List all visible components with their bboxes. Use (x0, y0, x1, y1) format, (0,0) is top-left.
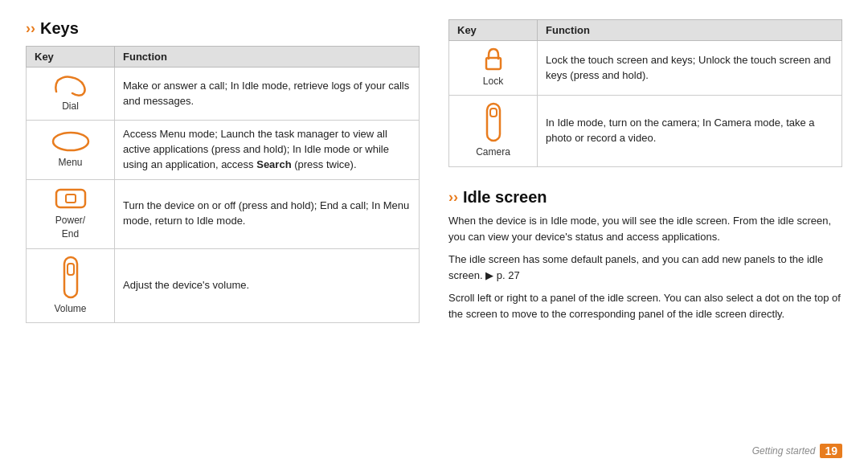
svg-point-0 (53, 133, 88, 150)
menu-label: Menu (58, 156, 82, 170)
volume-label: Volume (54, 302, 86, 316)
idle-chevron-icon: ›› (448, 189, 458, 206)
idle-para-3: Scroll left or right to a panel of the i… (448, 290, 842, 322)
svg-rect-4 (68, 264, 74, 275)
table-row: Dial Make or answer a call; In Idle mode… (27, 68, 420, 121)
menu-icon-group: Menu (35, 130, 106, 170)
camera-function: In Idle mode, turn on the camera; In Cam… (538, 96, 842, 166)
keys-section-title: ›› Keys (26, 19, 420, 38)
camera-icon (485, 102, 502, 142)
menu-icon (50, 130, 92, 153)
table-row: Lock Lock the touch screen and keys; Unl… (449, 41, 842, 96)
camera-label: Camera (476, 145, 510, 159)
idle-section-title: ›› Idle screen (448, 188, 842, 207)
lock-icon (485, 47, 502, 72)
table-row: Menu Access Menu mode; Launch the task m… (27, 121, 420, 180)
idle-title-text: Idle screen (463, 188, 547, 207)
table-row: Power/End Turn the device on or off (pre… (27, 179, 420, 248)
lock-camera-table: Key Function Lock (448, 19, 842, 167)
right-column: Key Function Lock (448, 19, 842, 434)
keys-title-text: Keys (40, 19, 79, 38)
volume-function: Adjust the device's volume. (115, 248, 420, 322)
right-function-col-header: Function (538, 20, 842, 41)
svg-rect-2 (66, 195, 76, 203)
power-icon-group: Power/End (35, 186, 106, 242)
lock-label: Lock (483, 75, 503, 88)
keys-table: Key Function Dial Make or answ (26, 46, 420, 323)
idle-screen-section: ›› Idle screen When the device is in Idl… (448, 188, 842, 330)
footer-text: Getting started (752, 445, 816, 457)
footer-page-number: 19 (820, 444, 842, 458)
volume-icon-group: Volume (35, 256, 106, 316)
footer: Getting started 19 (26, 440, 842, 458)
power-label: Power/End (55, 214, 85, 242)
menu-function: Access Menu mode; Launch the task manage… (115, 121, 420, 180)
power-icon (51, 186, 90, 211)
dial-label: Dial (62, 100, 79, 113)
lock-icon-group: Lock (457, 47, 529, 88)
key-cell-lock: Lock (449, 41, 538, 96)
key-cell-dial: Dial (27, 68, 115, 121)
idle-para-2: The idle screen has some default panels,… (448, 252, 842, 284)
idle-para-1: When the device is in Idle mode, you wil… (448, 213, 842, 245)
key-cell-menu: Menu (27, 121, 115, 180)
left-column: ›› Keys Key Function (26, 19, 420, 434)
right-top-table-container: Key Function Lock (448, 19, 842, 167)
dial-icon-group: Dial (35, 74, 106, 113)
key-cell-volume: Volume (27, 248, 115, 322)
power-function: Turn the device on or off (press and hol… (115, 179, 420, 248)
dial-icon (51, 74, 90, 96)
dial-function: Make or answer a call; In Idle mode, ret… (115, 68, 420, 121)
function-col-header: Function (115, 47, 420, 68)
svg-rect-7 (490, 109, 497, 117)
lock-function: Lock the touch screen and keys; Unlock t… (538, 41, 842, 96)
camera-icon-group: Camera (457, 102, 529, 159)
key-cell-power: Power/End (27, 179, 115, 248)
right-key-col-header: Key (449, 20, 538, 41)
volume-icon (61, 256, 80, 299)
chevron-icon: ›› (26, 20, 35, 37)
table-row: Volume Adjust the device's volume. (27, 248, 420, 322)
key-cell-camera: Camera (449, 96, 538, 166)
table-row: Camera In Idle mode, turn on the camera;… (449, 96, 842, 166)
svg-rect-1 (56, 190, 85, 207)
key-col-header: Key (27, 47, 115, 68)
